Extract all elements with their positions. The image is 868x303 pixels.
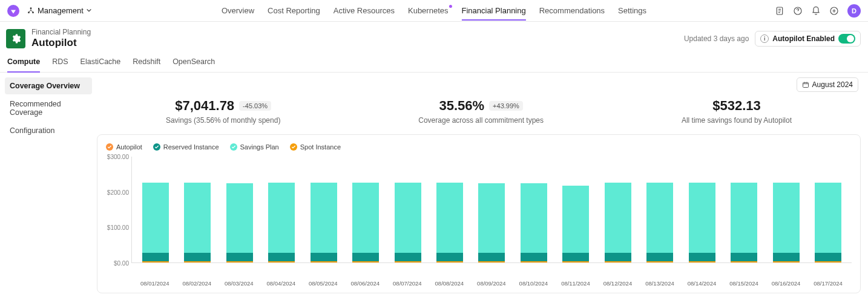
nav-settings[interactable]: Settings <box>618 1 646 20</box>
bell-icon[interactable] <box>811 6 821 16</box>
kpi-1: 35.56%+43.99%Coverage across all commitm… <box>418 98 544 125</box>
autopilot-toggle[interactable]: i Autopilot Enabled <box>755 31 861 47</box>
kpi-subtitle: All time savings found by Autopilot <box>682 116 792 125</box>
hierarchy-icon <box>27 7 35 15</box>
bar-segment-reserved-instance <box>646 253 673 262</box>
nav-financial-planning[interactable]: Financial Planning <box>461 1 525 20</box>
resource-tabs: ComputeRDSElastiCacheRedshiftOpenSearch <box>0 53 868 73</box>
bar-segment-savings-plan <box>142 183 169 253</box>
chevron-down-icon <box>86 6 92 15</box>
nav-kubernetes[interactable]: Kubernetes <box>408 1 449 20</box>
bar-08/09/2024[interactable] <box>477 157 506 262</box>
bar-08/04/2024[interactable] <box>267 157 296 262</box>
svg-rect-6 <box>803 83 808 88</box>
x-axis: 08/01/202408/02/202408/03/202408/04/2024… <box>106 278 852 287</box>
bar-segment-spot-instance <box>352 261 379 262</box>
bar-08/13/2024[interactable] <box>645 157 674 262</box>
bar-segment-savings-plan <box>184 183 211 253</box>
subtab-redshift[interactable]: Redshift <box>133 57 160 72</box>
bar-segment-reserved-instance <box>731 253 757 262</box>
app-logo[interactable] <box>7 5 19 17</box>
kpi-subtitle: Coverage across all commitment types <box>418 116 544 125</box>
user-avatar[interactable]: D <box>847 4 861 18</box>
bar-08/17/2024[interactable] <box>814 157 843 262</box>
bar-segment-spot-instance <box>311 261 337 262</box>
x-tick: 08/02/2024 <box>182 280 211 287</box>
subtab-elasticache[interactable]: ElastiCache <box>81 57 121 72</box>
nav-recommendations[interactable]: Recommendations <box>539 1 605 20</box>
nav-cost-reporting[interactable]: Cost Reporting <box>268 1 320 20</box>
bar-segment-spot-instance <box>478 261 505 262</box>
y-tick: $0.00 <box>114 260 129 267</box>
bar-segment-reserved-instance <box>395 253 421 262</box>
help-icon[interactable] <box>793 6 803 16</box>
x-tick: 08/07/2024 <box>393 280 422 287</box>
bar-segment-savings-plan <box>436 183 463 253</box>
nav-overview[interactable]: Overview <box>222 1 254 20</box>
bar-segment-reserved-instance <box>478 253 505 262</box>
bar-segment-savings-plan <box>689 183 715 253</box>
calendar-icon <box>802 81 809 88</box>
bar-segment-reserved-instance <box>605 253 631 262</box>
main: August 2024 $7,041.78-45.03%Savings (35.… <box>97 73 868 301</box>
bar-segment-reserved-instance <box>773 253 800 262</box>
sidebar-item-coverage-overview[interactable]: Coverage Overview <box>5 77 92 94</box>
y-axis: $300.00$200.00$100.00$0.00 <box>106 157 131 263</box>
bar-segment-spot-instance <box>646 261 673 262</box>
subtab-rds[interactable]: RDS <box>52 57 68 72</box>
date-range-picker[interactable]: August 2024 <box>797 77 858 92</box>
x-tick: 08/09/2024 <box>477 280 506 287</box>
bar-08/16/2024[interactable] <box>772 157 801 262</box>
y-tick: $100.00 <box>107 224 129 231</box>
bar-segment-savings-plan <box>268 183 295 253</box>
legend-spot-instance[interactable]: Spot Instance <box>290 143 341 151</box>
x-tick: 08/08/2024 <box>435 280 464 287</box>
breadcrumb: Financial Planning <box>31 28 91 36</box>
bar-segment-reserved-instance <box>689 253 715 262</box>
sidebar-item-configuration[interactable]: Configuration <box>5 122 92 139</box>
notification-dot-icon <box>449 5 452 8</box>
y-tick: $300.00 <box>107 154 129 160</box>
bar-08/02/2024[interactable] <box>183 157 212 262</box>
bar-segment-savings-plan <box>731 183 757 253</box>
bar-08/06/2024[interactable] <box>351 157 380 262</box>
page-title: Autopilot <box>31 37 91 49</box>
bar-segment-spot-instance <box>773 261 800 262</box>
subtab-opensearch[interactable]: OpenSearch <box>173 57 215 72</box>
subtab-compute[interactable]: Compute <box>7 57 40 72</box>
bar-08/15/2024[interactable] <box>729 157 758 262</box>
plus-circle-icon[interactable] <box>829 6 839 16</box>
bar-08/08/2024[interactable] <box>435 157 464 262</box>
bar-segment-savings-plan <box>605 183 631 253</box>
bars-container <box>132 157 852 262</box>
x-tick: 08/12/2024 <box>603 280 632 287</box>
bar-08/14/2024[interactable] <box>688 157 717 262</box>
bar-08/12/2024[interactable] <box>603 157 633 262</box>
bar-segment-reserved-instance <box>311 253 337 262</box>
bar-08/01/2024[interactable] <box>141 157 170 262</box>
legend-dot-icon <box>153 143 160 151</box>
x-tick: 08/15/2024 <box>729 280 758 287</box>
workspace-name: Management <box>38 6 84 15</box>
bar-segment-spot-instance <box>815 261 841 262</box>
nav-active-resources[interactable]: Active Resources <box>334 1 395 20</box>
bar-08/03/2024[interactable] <box>225 157 254 262</box>
sidebar-item-recommended-coverage[interactable]: Recommended Coverage <box>5 96 92 121</box>
legend-savings-plan[interactable]: Savings Plan <box>230 143 279 151</box>
workspace-selector[interactable]: Management <box>27 6 92 15</box>
document-icon[interactable] <box>775 6 784 16</box>
bar-segment-spot-instance <box>605 261 631 262</box>
bar-08/11/2024[interactable] <box>561 157 590 262</box>
x-tick: 08/03/2024 <box>225 280 254 287</box>
bar-08/05/2024[interactable] <box>309 157 338 262</box>
bar-segment-spot-instance <box>562 261 589 262</box>
bar-08/10/2024[interactable] <box>519 157 548 262</box>
chart-plot <box>131 157 852 263</box>
x-tick: 08/11/2024 <box>561 280 590 287</box>
bar-segment-reserved-instance <box>226 253 253 262</box>
bar-segment-savings-plan <box>311 183 337 253</box>
bar-08/07/2024[interactable] <box>393 157 422 262</box>
topbar: Management OverviewCost ReportingActive … <box>0 0 868 22</box>
legend-autopilot[interactable]: Autopilot <box>106 143 142 151</box>
legend-reserved-instance[interactable]: Reserved Instance <box>153 143 219 151</box>
